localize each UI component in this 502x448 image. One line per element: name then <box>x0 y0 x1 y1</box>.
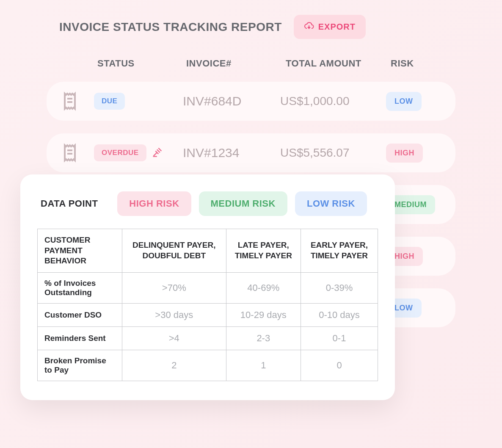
matrix-value: 2 <box>122 350 226 381</box>
export-button[interactable]: EXPORT <box>294 15 366 39</box>
export-label: EXPORT <box>318 22 356 32</box>
status-badge: OVERDUE <box>94 144 146 161</box>
risk-matrix-popup: DATA POINT HIGH RISK MEDIUM RISK LOW RIS… <box>20 174 395 400</box>
matrix-value: 0-10 days <box>301 304 378 327</box>
matrix-header-behavior: CUSTOMER PAYMENT BEHAVIOR <box>38 229 122 273</box>
status-badge: DUE <box>94 93 125 110</box>
table-row[interactable]: DUEINV#684DUS$1,000.00LOW <box>47 82 455 121</box>
risk-cell: LOW <box>386 92 444 111</box>
matrix-label: Broken Promise to Pay <box>38 350 122 381</box>
matrix-label: Customer DSO <box>38 304 122 327</box>
matrix-label: % of Invoices Outstanding <box>38 273 122 304</box>
matrix-row: % of Invoices Outstanding>70%40-69%0-39% <box>38 273 378 304</box>
matrix-value: 0-1 <box>301 327 378 350</box>
gavel-icon <box>152 146 163 160</box>
invoice-number: INV#1234 <box>183 146 280 160</box>
tab-low-risk[interactable]: LOW RISK <box>295 191 367 216</box>
matrix-value: 10-29 days <box>226 304 301 327</box>
receipt-icon <box>58 143 81 163</box>
page-title: INVOICE STATUS TRACKING REPORT <box>59 20 282 34</box>
col-status: STATUS <box>97 58 186 69</box>
col-risk: RISK <box>391 58 414 69</box>
matrix-value: 1 <box>226 350 301 381</box>
matrix-value: >70% <box>122 273 226 304</box>
col-amount: TOTAL AMOUNT <box>286 58 391 69</box>
invoice-number: INV#684D <box>183 94 280 108</box>
matrix-value: 40-69% <box>226 273 301 304</box>
matrix-label: Reminders Sent <box>38 327 122 350</box>
matrix-row: Reminders Sent>42-30-1 <box>38 327 378 350</box>
receipt-icon <box>58 91 81 111</box>
matrix-value: 0 <box>301 350 378 381</box>
risk-badge[interactable]: HIGH <box>386 144 423 163</box>
matrix-row: Broken Promise to Pay210 <box>38 350 378 381</box>
amount-value: US$5,556.07 <box>280 146 386 160</box>
matrix-value: >4 <box>122 327 226 350</box>
tab-medium-risk[interactable]: MEDIUM RISK <box>199 191 287 216</box>
matrix-value: 0-39% <box>301 273 378 304</box>
matrix-value: >30 days <box>122 304 226 327</box>
col-invoice: INVOICE# <box>186 58 286 69</box>
matrix-row: Customer DSO>30 days10-29 days0-10 days <box>38 304 378 327</box>
amount-value: US$1,000.00 <box>280 94 386 108</box>
matrix-value: 2-3 <box>226 327 301 350</box>
risk-cell: HIGH <box>386 144 444 163</box>
table-row[interactable]: OVERDUEINV#1234US$5,556.07HIGH <box>47 133 455 172</box>
matrix-header-medium: LATE PAYER, TIMELY PAYER <box>226 229 301 273</box>
matrix-header-high: DELINQUENT PAYER, DOUBFUL DEBT <box>122 229 226 273</box>
column-headers: STATUS INVOICE# TOTAL AMOUNT RISK <box>0 58 502 69</box>
cloud-download-icon <box>304 21 314 33</box>
tab-data-point[interactable]: DATA POINT <box>37 191 110 216</box>
risk-badge[interactable]: LOW <box>386 92 422 111</box>
matrix-header-low: EARLY PAYER, TIMELY PAYER <box>301 229 378 273</box>
tab-high-risk[interactable]: HIGH RISK <box>117 191 191 216</box>
risk-matrix-table: CUSTOMER PAYMENT BEHAVIOR DELINQUENT PAY… <box>37 229 378 381</box>
status-cell: DUE <box>94 93 183 110</box>
status-cell: OVERDUE <box>94 144 183 161</box>
